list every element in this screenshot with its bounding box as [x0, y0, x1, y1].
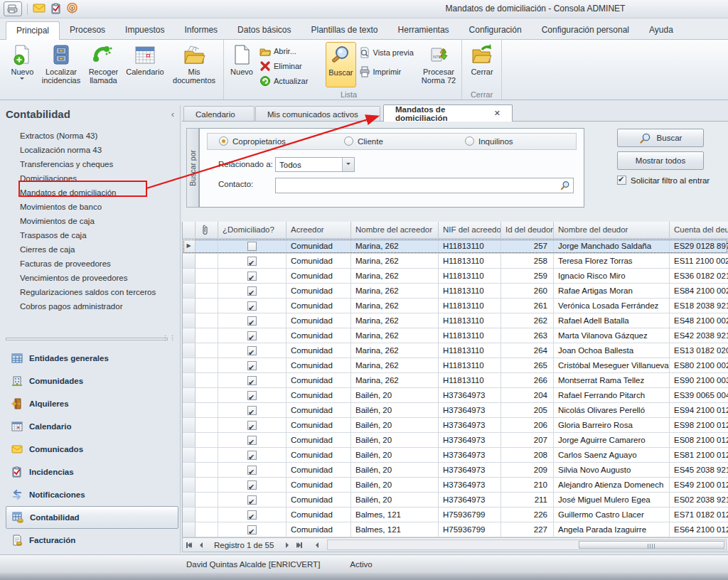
table-row[interactable]: Comunidad Marina, 262 H11813110 260 Rafa…	[183, 284, 728, 299]
table-row[interactable]: Comunidad Marina, 262 H11813110 265 Cris…	[183, 358, 728, 373]
solicitar-filtro-checkbox-row[interactable]: Solicitar filtro al entrar	[617, 176, 710, 185]
column-header[interactable]: Nombre del acreedor	[351, 222, 439, 239]
sidebar-item[interactable]: Transferencias y cheques	[6, 157, 178, 171]
radio-copropietarios[interactable]: Copropietarios	[219, 136, 286, 146]
scroll-left-button[interactable]	[311, 539, 323, 550]
sidebar-item[interactable]: Regularizaciones saldos con terceros	[6, 285, 178, 299]
buscar-filter-button[interactable]: Buscar	[617, 129, 704, 147]
menu-tab[interactable]: Informes	[174, 21, 228, 39]
nav-item-incidencias[interactable]: Incidencias	[6, 461, 178, 483]
column-header[interactable]: Nombre del deudor	[554, 222, 670, 239]
prev-record-button[interactable]	[195, 539, 207, 550]
next-record-button[interactable]	[281, 539, 293, 550]
search-button[interactable]: Buscar	[326, 42, 355, 87]
menu-tab[interactable]: Configuración	[459, 21, 532, 39]
table-row[interactable]: Comunidad Marina, 262 H11813110 259 Igna…	[183, 269, 728, 284]
app-icon[interactable]	[4, 1, 22, 16]
doc-tab-mandatos[interactable]: Mandatos de domiciliación ✕	[383, 104, 513, 122]
sidebar-item[interactable]: Mandatos de domiciliación	[6, 186, 178, 200]
nav-item-comunidades[interactable]: Comunidades	[6, 370, 178, 392]
table-row[interactable]: Comunidad Bailén, 20 H37364973 211 José …	[183, 493, 728, 508]
print-button[interactable]: Imprimir	[356, 65, 417, 78]
last-record-button[interactable]	[293, 539, 305, 550]
menu-tab[interactable]: Ayuda	[639, 21, 683, 39]
nav-item-calendario[interactable]: Calendario	[6, 415, 178, 438]
nav-item-comunicados[interactable]: Comunicados	[6, 438, 178, 461]
sidebar-splitter[interactable]: ⋮⋮	[6, 335, 178, 342]
domiciliado-checkbox[interactable]	[247, 406, 257, 415]
open-button[interactable]: Abrir...	[257, 45, 326, 58]
mail-icon[interactable]	[33, 4, 46, 14]
column-header[interactable]: Cuenta del deudor	[670, 222, 728, 239]
column-header[interactable]: Acreedor	[287, 222, 351, 239]
table-row[interactable]: Comunidad Balmes, 121 H75936799 226 Guil…	[183, 508, 728, 522]
domiciliado-checkbox[interactable]	[247, 451, 257, 460]
domiciliado-checkbox[interactable]	[247, 346, 257, 355]
contacto-input[interactable]	[276, 178, 558, 193]
pickup-call-button[interactable]: Recoger llamada	[83, 42, 124, 87]
locate-incidents-button[interactable]: Localizar incidencias	[39, 42, 83, 87]
domiciliado-checkbox[interactable]	[247, 257, 257, 266]
menu-tab[interactable]: Impuestos	[115, 21, 174, 39]
table-row[interactable]: Comunidad Marina, 262 H11813110 262 Rafa…	[183, 313, 728, 328]
radio-cliente[interactable]: Cliente	[344, 136, 383, 146]
collapse-icon[interactable]: ‹	[167, 109, 178, 119]
column-header[interactable]: Id del deudor	[501, 222, 554, 239]
column-header[interactable]: ¿Domiciliado?	[218, 222, 287, 239]
refresh-button[interactable]: Actualizar	[257, 75, 326, 87]
domiciliado-checkbox[interactable]	[247, 331, 257, 340]
domiciliado-checkbox[interactable]	[247, 391, 257, 400]
new-record-button[interactable]: Nuevo	[227, 42, 257, 87]
incidents-icon[interactable]	[50, 3, 61, 16]
sidebar-item[interactable]: Movimientos de banco	[6, 200, 178, 214]
sidebar-item[interactable]: Extractos (Norma 43)	[6, 129, 178, 143]
table-row[interactable]: Comunidad Marina, 262 H11813110 264 Joan…	[183, 343, 728, 358]
my-documents-button[interactable]: Mis documentos	[166, 42, 222, 87]
scrollbar-thumb[interactable]	[579, 541, 724, 549]
broadcast-icon[interactable]	[66, 3, 78, 16]
nav-item-notificaciones[interactable]: Notificaciones	[6, 483, 178, 506]
first-record-button[interactable]	[183, 539, 195, 550]
sidebar-item[interactable]: Movimientos de caja	[6, 214, 178, 228]
domiciliado-checkbox[interactable]	[247, 301, 257, 311]
sidebar-item[interactable]: Localización norma 43	[6, 143, 178, 157]
lookup-icon[interactable]	[558, 179, 572, 192]
table-row[interactable]: Comunidad Marina, 262 H11813110 258 Tere…	[183, 254, 728, 269]
domiciliado-checkbox[interactable]	[247, 316, 257, 326]
process-norma72-button[interactable]: N72 Procesar Norma 72	[417, 42, 460, 87]
checkbox-icon[interactable]	[617, 176, 626, 185]
relacionado-dropdown[interactable]: Todos	[275, 157, 355, 172]
table-row[interactable]: Comunidad Bailén, 20 H37364973 208 Carlo…	[183, 448, 728, 463]
domiciliado-checkbox[interactable]	[247, 361, 257, 370]
attachment-column-header[interactable]	[196, 222, 218, 239]
sidebar-item[interactable]: Domiciliaciones	[6, 171, 178, 186]
domiciliado-checkbox[interactable]	[247, 421, 257, 430]
horizontal-scrollbar[interactable]	[327, 539, 727, 550]
table-row[interactable]: Comunidad Marina, 262 H11813110 261 Veró…	[183, 299, 728, 313]
menu-tab[interactable]: Principal	[6, 21, 60, 40]
nav-item-facturacion[interactable]: Facturación	[6, 529, 178, 552]
domiciliado-checkbox[interactable]	[247, 376, 257, 385]
buscar-por-vertical-tab[interactable]: Buscar por	[186, 128, 199, 208]
table-row[interactable]: Comunidad Bailén, 20 H37364973 204 Rafae…	[183, 388, 728, 403]
menu-tab[interactable]: Procesos	[60, 21, 115, 39]
radio-inquilinos[interactable]: Inquilinos	[465, 136, 513, 146]
domiciliado-checkbox[interactable]	[247, 242, 257, 251]
domiciliado-checkbox[interactable]	[247, 436, 257, 445]
sidebar-item[interactable]: Vencimientos de proveedores	[6, 271, 178, 285]
sidebar-item[interactable]: Traspasos de caja	[6, 228, 178, 242]
close-tab-icon[interactable]: ✕	[494, 109, 500, 118]
column-header[interactable]: NIF del acreedor	[439, 222, 501, 239]
domiciliado-checkbox[interactable]	[247, 480, 257, 490]
table-row[interactable]: Comunidad Marina, 262 H11813110 257 Jorg…	[183, 239, 728, 254]
table-row[interactable]: Comunidad Marina, 262 H11813110 263 Mart…	[183, 328, 728, 343]
domiciliado-checkbox[interactable]	[247, 525, 257, 535]
domiciliado-checkbox[interactable]	[247, 272, 257, 281]
dropdown-arrow-icon[interactable]	[342, 158, 354, 171]
table-row[interactable]: Comunidad Bailén, 20 H37364973 210 Aleja…	[183, 478, 728, 493]
domiciliado-checkbox[interactable]	[247, 495, 257, 505]
delete-button[interactable]: Eliminar	[257, 60, 326, 72]
doc-tab-comunicados[interactable]: Mis comunicados activos	[255, 106, 380, 122]
sidebar-item[interactable]: Facturas de proveedores	[6, 257, 178, 271]
menu-tab[interactable]: Herramientas	[388, 21, 459, 39]
